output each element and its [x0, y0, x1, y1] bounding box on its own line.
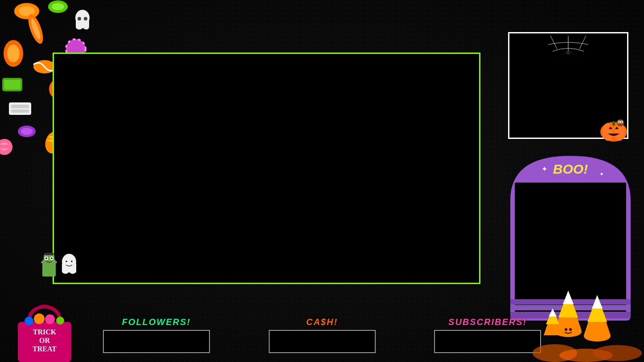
svg-text:BOO!: BOO! — [553, 162, 588, 176]
svg-point-75 — [25, 317, 33, 325]
svg-point-45 — [66, 260, 67, 262]
followers-group: FOLLOWERS! — [74, 317, 239, 353]
webcam-box — [508, 32, 628, 139]
svg-rect-59 — [612, 121, 615, 126]
svg-line-54 — [571, 50, 574, 53]
svg-text:✦: ✦ — [599, 171, 604, 177]
trick-or-treat-bag: TRICK OR TREAT — [13, 300, 76, 362]
followers-label: FOLLOWERS! — [122, 317, 191, 327]
svg-point-2 — [48, 0, 68, 13]
svg-rect-5 — [76, 20, 89, 28]
svg-point-62 — [617, 119, 624, 126]
svg-marker-91 — [592, 295, 603, 309]
pumpkin-decoration — [598, 113, 629, 142]
svg-point-9 — [29, 17, 42, 40]
svg-text:TRICK: TRICK — [33, 328, 57, 336]
svg-point-66 — [621, 122, 623, 123]
svg-rect-22 — [9, 102, 31, 115]
cash-group: CA$H! — [239, 317, 405, 353]
svg-point-92 — [584, 331, 611, 342]
svg-text:OR: OR — [39, 337, 50, 344]
svg-point-84 — [593, 345, 642, 361]
svg-text:✦: ✦ — [541, 165, 547, 173]
svg-line-49 — [579, 36, 586, 49]
svg-point-0 — [14, 3, 39, 19]
svg-text:TREAT: TREAT — [33, 345, 57, 353]
svg-point-77 — [45, 314, 55, 324]
svg-point-31 — [0, 139, 12, 155]
svg-rect-23 — [11, 105, 29, 108]
svg-line-53 — [562, 53, 566, 54]
svg-rect-35 — [53, 261, 57, 263]
svg-marker-87 — [563, 291, 574, 304]
svg-rect-36 — [45, 253, 53, 255]
candy-corn-decoration — [528, 282, 644, 362]
svg-point-1 — [19, 6, 35, 16]
subscribers-label: SUBSCRIBERS! — [448, 317, 527, 327]
svg-point-13 — [4, 40, 23, 67]
svg-point-7 — [84, 17, 87, 20]
svg-rect-16 — [2, 78, 22, 91]
svg-rect-17 — [4, 80, 21, 89]
svg-line-52 — [562, 50, 566, 53]
svg-marker-95 — [549, 309, 557, 317]
svg-point-76 — [34, 313, 45, 324]
svg-line-47 — [550, 36, 557, 49]
svg-point-8 — [25, 12, 46, 45]
svg-point-96 — [565, 328, 567, 331]
svg-point-39 — [45, 257, 47, 259]
svg-point-29 — [21, 128, 33, 135]
cash-box — [269, 330, 376, 353]
svg-rect-24 — [11, 110, 29, 113]
svg-point-46 — [71, 260, 73, 262]
svg-point-57 — [603, 123, 613, 141]
main-video-frame — [53, 53, 480, 284]
svg-point-65 — [619, 122, 620, 123]
svg-point-78 — [56, 317, 64, 325]
svg-point-40 — [51, 257, 53, 259]
svg-rect-42 — [62, 264, 76, 272]
svg-point-3 — [52, 3, 64, 10]
svg-point-14 — [7, 45, 20, 62]
svg-point-6 — [78, 17, 81, 20]
svg-point-4 — [75, 10, 90, 26]
svg-point-97 — [569, 328, 572, 331]
svg-point-28 — [18, 126, 36, 137]
followers-box — [103, 330, 210, 353]
halloween-characters — [40, 251, 85, 282]
subscribers-box — [434, 330, 541, 353]
svg-rect-34 — [41, 261, 45, 263]
cash-label: CA$H! — [306, 317, 338, 327]
page-background: BOO! ✦ ✦ FOLLOWERS! CA$H! SUBSCRIBERS! — [0, 0, 644, 362]
svg-line-55 — [571, 53, 575, 54]
